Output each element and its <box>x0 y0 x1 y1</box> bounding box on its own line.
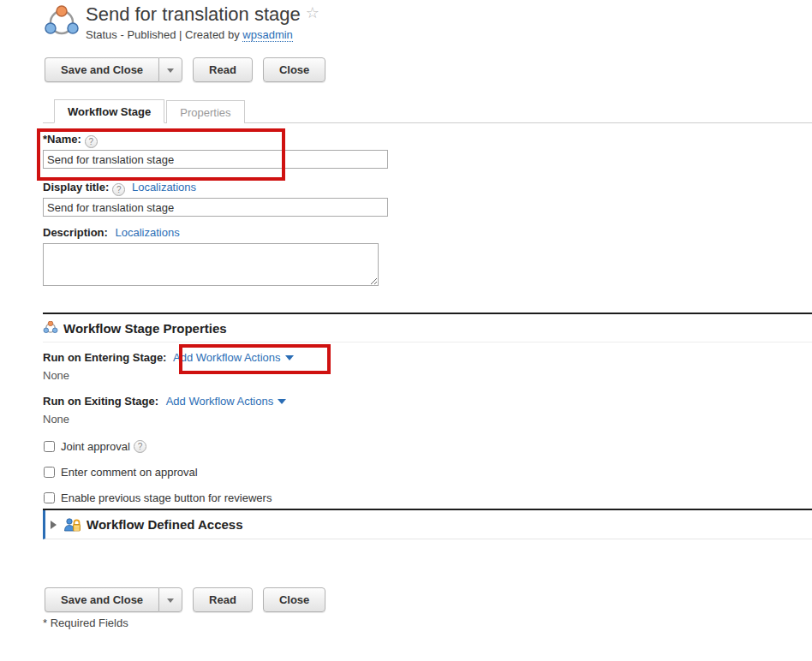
joint-approval-row: Joint approval? <box>43 438 812 454</box>
page-title: Send for translation stage <box>86 3 301 26</box>
help-icon[interactable]: ? <box>85 135 98 148</box>
required-fields-note: * Required Fields <box>43 616 812 629</box>
star-outline-icon[interactable]: ☆ <box>306 3 319 22</box>
stage-properties-title: Workflow Stage Properties <box>63 321 227 336</box>
page-header: Send for translation stage ☆ Status - Pu… <box>43 3 812 41</box>
chevron-down-icon[interactable] <box>278 399 286 404</box>
display-title-label: Display title: <box>43 181 109 194</box>
name-label: *Name: <box>43 133 81 146</box>
display-title-input[interactable] <box>43 198 388 217</box>
name-input[interactable] <box>43 150 388 169</box>
description-textarea[interactable] <box>43 243 379 286</box>
save-and-close-split-button: Save and Close <box>45 57 182 82</box>
description-localizations-link[interactable]: Localizations <box>115 226 179 239</box>
tab-workflow-stage[interactable]: Workflow Stage <box>54 99 164 123</box>
workflow-stage-form: *Name:? Display title:? Localizations De… <box>43 132 812 286</box>
save-and-close-button[interactable]: Save and Close <box>45 57 158 82</box>
name-field-group: *Name:? <box>43 132 812 169</box>
entering-actions-value: None <box>43 369 812 383</box>
add-workflow-actions-exiting-link[interactable]: Add Workflow Actions <box>166 395 273 408</box>
exiting-actions-value: None <box>43 413 812 426</box>
expand-arrow-icon[interactable] <box>51 521 57 529</box>
save-and-close-dropdown-button[interactable] <box>158 57 182 82</box>
description-field-group: Description: Localizations <box>43 225 812 286</box>
stage-properties-header: Workflow Stage Properties <box>43 314 812 342</box>
chevron-down-icon <box>167 68 174 73</box>
display-title-field-group: Display title:? Localizations <box>43 180 812 217</box>
close-button[interactable]: Close <box>263 57 325 82</box>
help-icon[interactable]: ? <box>134 440 146 453</box>
run-on-exiting-row: Run on Exiting Stage: Add Workflow Actio… <box>43 394 812 409</box>
read-button[interactable]: Read <box>193 587 253 612</box>
tab-bar: Workflow Stage Properties <box>43 98 812 123</box>
add-workflow-actions-entering-link[interactable]: Add Workflow Actions <box>173 351 280 364</box>
user-lock-icon <box>63 517 81 533</box>
run-on-entering-label: Run on Entering Stage: <box>43 351 166 364</box>
creator-link[interactable]: wpsadmin <box>242 28 293 42</box>
help-icon[interactable]: ? <box>112 183 125 196</box>
previous-stage-label: Enable previous stage button for reviewe… <box>61 491 272 504</box>
save-and-close-split-button: Save and Close <box>45 587 182 612</box>
enter-comment-checkbox[interactable] <box>44 467 55 478</box>
display-title-localizations-link[interactable]: Localizations <box>132 181 196 194</box>
description-label: Description: <box>43 226 108 239</box>
joint-approval-label: Joint approval <box>61 440 130 453</box>
chevron-down-icon <box>167 598 174 603</box>
save-and-close-dropdown-button[interactable] <box>158 587 182 612</box>
save-and-close-button[interactable]: Save and Close <box>45 587 158 612</box>
previous-stage-checkbox[interactable] <box>44 492 55 503</box>
top-toolbar: Save and Close Read Close <box>45 57 812 82</box>
bottom-toolbar: Save and Close Read Close <box>45 587 812 612</box>
read-button[interactable]: Read <box>193 57 253 82</box>
workflow-defined-access-title: Workflow Defined Access <box>87 517 243 532</box>
tab-properties[interactable]: Properties <box>166 100 244 123</box>
workflow-stage-editor-page: Send for translation stage ☆ Status - Pu… <box>0 0 812 661</box>
workflow-stage-icon <box>43 321 58 335</box>
workflow-defined-access-header[interactable]: Workflow Defined Access <box>43 510 812 539</box>
enter-comment-row: Enter comment on approval <box>43 464 812 479</box>
run-on-exiting-label: Run on Exiting Stage: <box>43 395 158 408</box>
joint-approval-checkbox[interactable] <box>44 441 55 452</box>
close-button[interactable]: Close <box>263 587 325 612</box>
chevron-down-icon[interactable] <box>285 355 294 360</box>
enter-comment-label: Enter comment on approval <box>61 466 198 479</box>
status-text: Status - Published | Created by <box>86 28 242 41</box>
status-line: Status - Published | Created by wpsadmin <box>86 28 319 41</box>
run-on-entering-row: Run on Entering Stage: Add Workflow Acti… <box>43 350 812 366</box>
workflow-stage-icon <box>43 5 81 39</box>
previous-stage-row: Enable previous stage button for reviewe… <box>43 490 812 505</box>
